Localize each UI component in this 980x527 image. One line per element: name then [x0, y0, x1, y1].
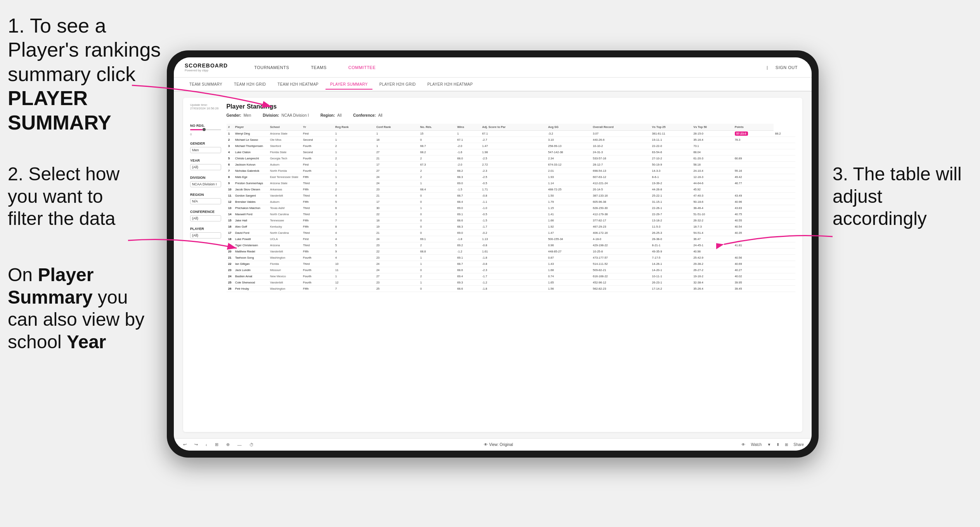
back-button[interactable]: ‹ [204, 442, 209, 448]
table-row: 14Maxwell FordNorth CarolinaThird322069.… [227, 211, 795, 218]
instruction-right-text: 3. The table will adjust accordingly [833, 164, 962, 229]
cell-21-2: Florida [268, 261, 301, 267]
no-rds-slider[interactable] [190, 129, 221, 130]
cell-18-11: 8-21-1 [651, 242, 692, 249]
region-filter-display: Region: All [320, 113, 341, 117]
instruction-bottom-text: On Player Summary you can also view by s… [8, 264, 144, 352]
cell-24-11: 26-23-1 [651, 280, 692, 286]
col-adj-score: Adj. Score to Par [481, 124, 547, 131]
cell-5-12: 58.18 [692, 162, 733, 168]
instruction-2: 2. Select how you want to filter the dat… [8, 163, 140, 230]
cell-4-13: 60.89 [733, 156, 774, 162]
cell-24-8: -1.2 [481, 280, 547, 286]
cell-20-3: Fourth [301, 255, 334, 261]
cell-0-1: Wenyi Ding [234, 131, 268, 137]
sub-nav-player-h2h-heatmap[interactable]: PLAYER H2H HEATMAP [423, 80, 478, 90]
grid-icon[interactable]: ⊞ [785, 442, 788, 447]
region-select[interactable]: N/A [190, 198, 221, 204]
cell-1-3: Second [301, 137, 334, 143]
cell-16-3: Third [301, 230, 334, 236]
conference-filter-value: All [378, 113, 383, 117]
cell-20-2: Washington [268, 255, 301, 261]
division-select[interactable]: NCAA Division I [190, 181, 221, 187]
cell-7-1: Mats Ege [234, 174, 268, 180]
year-select[interactable]: (All) [190, 164, 221, 170]
cell-8-11: 19-39-2 [651, 180, 692, 187]
gender-select[interactable]: Men [190, 147, 221, 153]
table-container: # Player School Yr Reg Rank Conf Rank No… [227, 124, 795, 427]
cell-7-12: 12-16-3 [692, 174, 733, 180]
cell-19-9: 448-85-27 [547, 249, 591, 255]
view-original[interactable]: 👁 View: Original [484, 442, 513, 447]
col-overall-record: Overall Record [591, 124, 650, 131]
nav-item-committee[interactable]: COMMITTEE [345, 64, 379, 71]
cell-7-13: 49.42 [733, 174, 774, 180]
cell-5-8: 2.72 [481, 162, 547, 168]
share-label[interactable]: Share [793, 442, 804, 447]
watch-label[interactable]: Watch [751, 442, 762, 447]
col-no-rds: No. Rds. [419, 124, 455, 131]
cell-6-0: 7 [227, 168, 234, 174]
cell-2-9: 258-99-13 [547, 143, 591, 149]
conference-select[interactable]: (All) [190, 215, 221, 221]
table-row: 6Jackson KoivunAuburnFirst11767.3-2.02.7… [227, 162, 795, 168]
cell-1-9: 3.10 [547, 137, 591, 143]
add-button[interactable]: ⊕ [225, 441, 231, 448]
cell-23-11: 10-11-1 [651, 273, 692, 280]
cell-9-5: 23 [375, 187, 419, 193]
cell-23-7: 69.4 [456, 273, 481, 280]
crop-button[interactable]: ⊞ [213, 441, 220, 448]
sign-out-button[interactable]: Sign out [772, 64, 801, 71]
col-yr: Yr [301, 124, 334, 131]
cell-11-0: 12 [227, 199, 234, 205]
nav-item-tournaments[interactable]: TOURNAMENTS [251, 64, 292, 71]
cell-24-0: 25 [227, 280, 234, 286]
cell-25-4: 7 [334, 286, 375, 292]
conference-label: Conference [190, 210, 221, 214]
cell-11-13: 40.96 [733, 199, 774, 205]
cell-9-2: Arkansas [268, 187, 301, 193]
undo-button[interactable]: ↩ [182, 441, 188, 448]
cell-9-10: 20-14-5 [591, 187, 650, 193]
cell-9-3: Fifth [301, 187, 334, 193]
cell-11-6: 0 [419, 199, 455, 205]
cell-19-8: 1.61 [481, 249, 547, 255]
cell-24-4: 12 [334, 280, 375, 286]
cell-3-0: 4 [227, 149, 234, 156]
cell-13-13: 40.75 [733, 211, 774, 218]
cell-2-12: 73.1 [692, 143, 733, 149]
cell-25-11: 17-14-2 [651, 286, 692, 292]
cell-2-6: 68.7 [419, 143, 455, 149]
slider-thumb [203, 128, 206, 131]
minus-button[interactable]: — [236, 442, 243, 448]
cell-6-8: -2.3 [481, 168, 547, 174]
cell-12-11: 22-26-1 [651, 205, 692, 211]
cell-18-5: 23 [375, 242, 419, 249]
col-rank: # [227, 124, 234, 131]
export-icon[interactable]: ⬆ [776, 442, 779, 447]
cell-25-7: 68.6 [456, 286, 481, 292]
cell-12-8: -1.0 [481, 205, 547, 211]
cell-13-1: Maxwell Ford [234, 211, 268, 218]
cell-22-10: 509-82-21 [591, 267, 650, 273]
redo-button[interactable]: ↪ [193, 441, 199, 448]
cell-0-10: 3.07 [591, 131, 650, 137]
cell-10-1: Gordon Sargent [234, 193, 268, 199]
conference-filter-display: Conference: All [353, 113, 382, 117]
cell-23-13: 40.02 [733, 273, 774, 280]
cell-23-5: 27 [375, 273, 419, 280]
logo-area: SCOREBOARD Powered by clipp [185, 62, 228, 72]
cell-2-1: Michael Thorbjornsen [234, 143, 268, 149]
sidebar-filters: No Rds. 0 Gender Men Year [190, 124, 221, 427]
cell-21-7: 68.7 [456, 261, 481, 267]
cell-5-11: 50-19-9 [651, 162, 692, 168]
sub-nav-player-h2h-grid[interactable]: PLAYER H2H GRID [375, 80, 421, 90]
cell-7-4: 1 [334, 174, 375, 180]
cell-14-3: Fifth [301, 218, 334, 224]
cell-15-5: 19 [375, 224, 419, 230]
table-row: 10Jacob Skov OlesenArkansasFifth22368.4-… [227, 187, 795, 193]
cell-16-11: 26-25-3 [651, 230, 692, 236]
sub-nav-player-summary[interactable]: PLAYER SUMMARY [326, 80, 372, 90]
sub-nav-team-h2h-heatmap[interactable]: TEAM H2H HEATMAP [273, 80, 323, 90]
nav-item-teams[interactable]: TEAMS [308, 64, 329, 71]
